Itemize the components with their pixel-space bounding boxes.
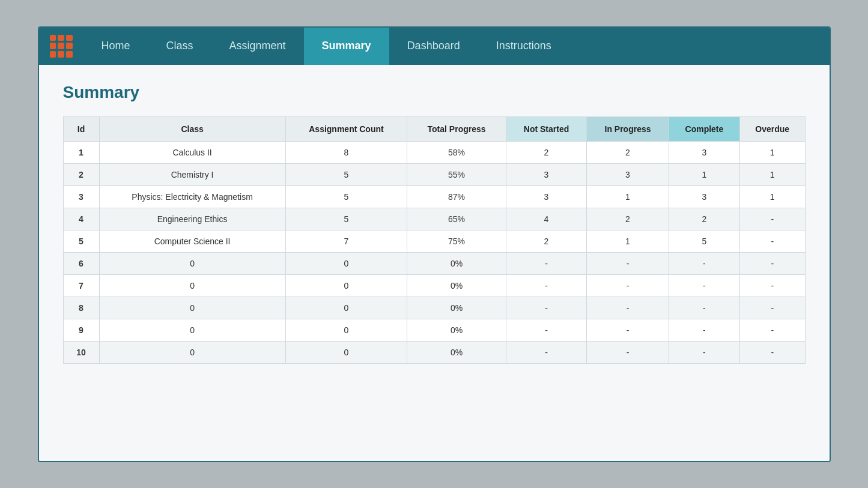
cell-row8-col6: - xyxy=(587,297,669,319)
table-row: 8000%---- xyxy=(63,297,805,319)
cell-row1-col3: 8 xyxy=(285,141,407,163)
cell-row8-col2: 0 xyxy=(99,297,285,319)
col-header-overdue: Overdue xyxy=(740,116,806,141)
table-row: 2Chemistry I555%3311 xyxy=(63,163,805,185)
summary-table: Id Class Assignment Count Total Progress… xyxy=(63,116,806,364)
nav-assignment[interactable]: Assignment xyxy=(211,28,304,65)
cell-row7-col5: - xyxy=(506,274,586,297)
logo-cell-9 xyxy=(66,51,73,58)
cell-row2-col1: 2 xyxy=(63,163,99,185)
cell-row4-col4: 65% xyxy=(407,208,506,230)
cell-row10-col8: - xyxy=(740,341,806,363)
nav-dashboard[interactable]: Dashboard xyxy=(389,28,478,65)
logo-cell-7 xyxy=(50,51,56,58)
col-header-total-progress: Total Progress xyxy=(407,116,506,141)
cell-row5-col3: 7 xyxy=(285,230,407,252)
cell-row10-col4: 0% xyxy=(407,341,506,363)
cell-row3-col4: 87% xyxy=(407,185,506,208)
nav-bar: Home Class Assignment Summary Dashboard … xyxy=(39,28,830,65)
cell-row5-col8: - xyxy=(740,230,806,252)
nav-logo xyxy=(39,28,83,65)
table-row: 7000%---- xyxy=(63,274,805,297)
cell-row6-col6: - xyxy=(587,252,669,274)
col-header-complete: Complete xyxy=(669,116,739,141)
cell-row7-col3: 0 xyxy=(285,274,407,297)
logo-cell-5 xyxy=(58,43,64,49)
logo-cell-1 xyxy=(50,35,56,41)
cell-row7-col2: 0 xyxy=(99,274,285,297)
logo-cell-2 xyxy=(58,35,64,41)
cell-row9-col2: 0 xyxy=(99,319,285,341)
cell-row10-col3: 0 xyxy=(285,341,407,363)
cell-row6-col8: - xyxy=(740,252,806,274)
cell-row2-col3: 5 xyxy=(285,163,407,185)
cell-row6-col5: - xyxy=(506,252,586,274)
cell-row8-col1: 8 xyxy=(63,297,99,319)
cell-row6-col7: - xyxy=(669,252,739,274)
cell-row5-col4: 75% xyxy=(407,230,506,252)
cell-row9-col3: 0 xyxy=(285,319,407,341)
cell-row8-col4: 0% xyxy=(407,297,506,319)
cell-row10-col2: 0 xyxy=(99,341,285,363)
col-header-assignment-count: Assignment Count xyxy=(285,116,407,141)
cell-row9-col8: - xyxy=(740,319,806,341)
cell-row8-col7: - xyxy=(669,297,739,319)
cell-row9-col1: 9 xyxy=(63,319,99,341)
cell-row7-col1: 7 xyxy=(63,274,99,297)
cell-row8-col5: - xyxy=(506,297,586,319)
nav-home[interactable]: Home xyxy=(83,28,148,65)
cell-row2-col5: 3 xyxy=(506,163,586,185)
cell-row5-col7: 5 xyxy=(669,230,739,252)
cell-row3-col3: 5 xyxy=(285,185,407,208)
cell-row9-col7: - xyxy=(669,319,739,341)
col-header-in-progress: In Progress xyxy=(587,116,669,141)
cell-row10-col1: 10 xyxy=(63,341,99,363)
cell-row5-col5: 2 xyxy=(506,230,586,252)
cell-row6-col1: 6 xyxy=(63,252,99,274)
cell-row4-col3: 5 xyxy=(285,208,407,230)
table-header-row: Id Class Assignment Count Total Progress… xyxy=(63,116,805,141)
logo-cell-4 xyxy=(50,43,56,49)
cell-row5-col6: 1 xyxy=(587,230,669,252)
cell-row4-col5: 4 xyxy=(506,208,586,230)
cell-row2-col6: 3 xyxy=(587,163,669,185)
cell-row8-col3: 0 xyxy=(285,297,407,319)
cell-row10-col7: - xyxy=(669,341,739,363)
cell-row3-col6: 1 xyxy=(587,185,669,208)
logo-cell-3 xyxy=(66,35,73,41)
cell-row1-col7: 3 xyxy=(669,141,739,163)
cell-row6-col3: 0 xyxy=(285,252,407,274)
cell-row1-col6: 2 xyxy=(587,141,669,163)
table-row: 9000%---- xyxy=(63,319,805,341)
cell-row5-col1: 5 xyxy=(63,230,99,252)
nav-summary[interactable]: Summary xyxy=(304,28,389,65)
cell-row7-col7: - xyxy=(669,274,739,297)
table-row: 4Engineering Ethics565%422- xyxy=(63,208,805,230)
cell-row6-col2: 0 xyxy=(99,252,285,274)
cell-row3-col5: 3 xyxy=(506,185,586,208)
cell-row3-col7: 3 xyxy=(669,185,739,208)
cell-row2-col7: 1 xyxy=(669,163,739,185)
col-header-id: Id xyxy=(63,116,99,141)
cell-row4-col7: 2 xyxy=(669,208,739,230)
nav-instructions[interactable]: Instructions xyxy=(478,28,569,65)
cell-row3-col2: Physics: Electricity & Magnetism xyxy=(99,185,285,208)
cell-row6-col4: 0% xyxy=(407,252,506,274)
cell-row4-col1: 4 xyxy=(63,208,99,230)
col-header-not-started: Not Started xyxy=(506,116,586,141)
cell-row8-col8: - xyxy=(740,297,806,319)
cell-row7-col4: 0% xyxy=(407,274,506,297)
cell-row1-col5: 2 xyxy=(506,141,586,163)
nav-class[interactable]: Class xyxy=(148,28,211,65)
table-row: 6000%---- xyxy=(63,252,805,274)
cell-row5-col2: Computer Science II xyxy=(99,230,285,252)
cell-row2-col2: Chemistry I xyxy=(99,163,285,185)
cell-row7-col6: - xyxy=(587,274,669,297)
main-content: Summary Id Class Assignment Count Total … xyxy=(39,65,830,461)
cell-row7-col8: - xyxy=(740,274,806,297)
col-header-class: Class xyxy=(99,116,285,141)
cell-row10-col5: - xyxy=(506,341,586,363)
cell-row9-col4: 0% xyxy=(407,319,506,341)
cell-row3-col1: 3 xyxy=(63,185,99,208)
cell-row4-col6: 2 xyxy=(587,208,669,230)
